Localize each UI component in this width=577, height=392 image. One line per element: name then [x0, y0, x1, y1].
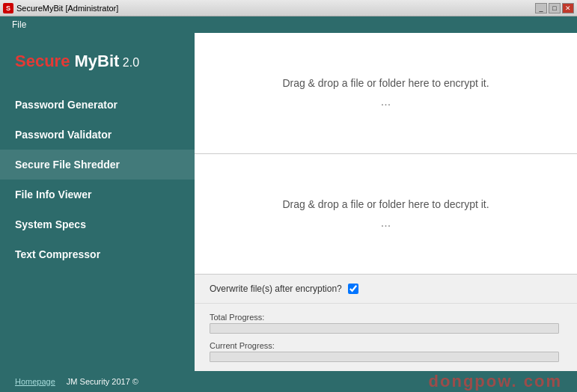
menu-bar: File: [0, 16, 577, 33]
sidebar-brand: Secure MyBit 2.0: [0, 44, 195, 90]
sidebar-item-file-info-viewer[interactable]: File Info Viewer: [0, 180, 195, 209]
options-area: Overwrite file(s) after encryption?: [195, 275, 577, 304]
overwrite-label: Overwrite file(s) after encryption?: [210, 284, 342, 294]
sidebar-item-system-specs[interactable]: System Specs: [0, 209, 195, 239]
current-progress-bar: [210, 352, 559, 362]
total-progress-section: Total Progress:: [210, 313, 562, 334]
brand-mybit: MyBit: [70, 52, 119, 70]
total-progress-label: Total Progress:: [210, 313, 562, 322]
overwrite-checkbox[interactable]: [348, 284, 358, 294]
title-bar-left: S SecureMyBit [Administrator]: [3, 3, 118, 13]
window-title: SecureMyBit [Administrator]: [16, 4, 118, 13]
minimize-button[interactable]: _: [535, 3, 547, 13]
close-button[interactable]: ✕: [562, 3, 574, 13]
decrypt-drop-zone[interactable]: Drag & drop a file or folder here to dec…: [195, 154, 577, 275]
sidebar-item-password-generator[interactable]: Password Generator: [0, 90, 195, 120]
content-area: Drag & drop a file or folder here to enc…: [195, 33, 577, 371]
footer-watermark: dongpow. com: [429, 372, 562, 391]
encrypt-drop-text: Drag & drop a file or folder here to enc…: [282, 77, 489, 89]
progress-area: Total Progress: Current Progress:: [195, 304, 577, 371]
sidebar: Secure MyBit 2.0 Password Generator Pass…: [0, 33, 195, 371]
app-icon: S: [3, 3, 13, 13]
sidebar-item-secure-file-shredder[interactable]: Secure File Shredder: [0, 150, 195, 180]
homepage-link[interactable]: Homepage: [15, 377, 55, 386]
sidebar-item-text-compressor[interactable]: Text Compressor: [0, 239, 195, 269]
brand-secure: Secure: [15, 52, 70, 70]
current-progress-label: Current Progress:: [210, 341, 562, 350]
brand-version: 2.0: [119, 56, 139, 69]
decrypt-drop-text: Drag & drop a file or folder here to dec…: [282, 198, 489, 210]
main-container: Secure MyBit 2.0 Password Generator Pass…: [0, 33, 577, 371]
file-menu[interactable]: File: [6, 18, 32, 31]
sidebar-item-password-validator[interactable]: Password Validator: [0, 120, 195, 150]
footer: Homepage JM Security 2017 © dongpow. com: [0, 371, 577, 392]
decrypt-drop-dots: ...: [381, 216, 391, 230]
footer-left: Homepage JM Security 2017 ©: [15, 377, 138, 386]
maximize-button[interactable]: □: [549, 3, 561, 13]
current-progress-section: Current Progress:: [210, 341, 562, 362]
title-bar-controls: _ □ ✕: [535, 3, 574, 13]
encrypt-drop-dots: ...: [381, 95, 391, 108]
encrypt-drop-zone[interactable]: Drag & drop a file or folder here to enc…: [195, 33, 577, 154]
title-bar: S SecureMyBit [Administrator] _ □ ✕: [0, 0, 577, 16]
total-progress-bar: [210, 323, 559, 334]
footer-copyright: JM Security 2017 ©: [67, 377, 138, 386]
